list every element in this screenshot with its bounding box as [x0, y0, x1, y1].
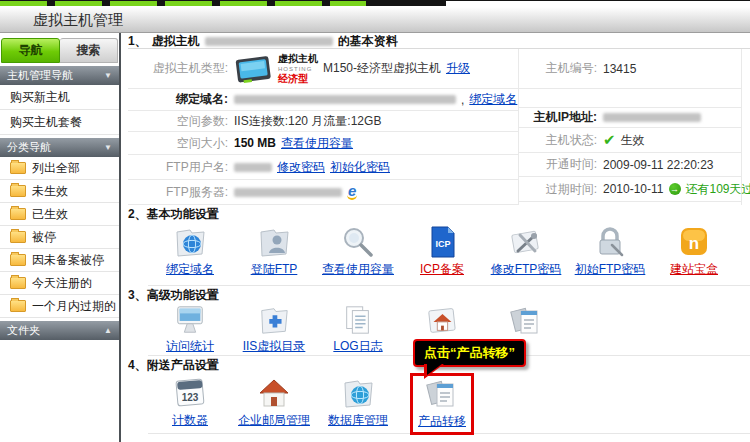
chevron-down-icon: ▼	[104, 66, 112, 85]
globe-folder-icon	[172, 225, 208, 259]
sidebar-item-registered-today[interactable]: 今天注册的	[0, 272, 119, 295]
highlight-box: 产品转移	[410, 373, 474, 435]
row-expire-time: 过期时间: 2010-10-11 → 还有109天过期 续费	[519, 177, 741, 202]
feature-database-management[interactable]: 数据库管理	[316, 376, 400, 433]
row-ftp-user: FTP用户名: 修改密码 初始化密码	[128, 155, 518, 180]
sidebar-item-not-active[interactable]: 未生效	[0, 180, 119, 203]
green-arrow-icon: →	[669, 183, 681, 195]
main-content: 1、 虚拟主机 的基本资料 虚拟主机类型:	[121, 33, 750, 442]
feature-iis-virtual-dir[interactable]: IIS虚拟目录	[232, 304, 316, 355]
page-title: 虚拟主机管理	[0, 7, 750, 33]
sidebar-item-stopped-no-icp[interactable]: 因未备案被停	[0, 249, 119, 272]
feature-mail-management[interactable]: 企业邮局管理	[232, 376, 316, 433]
folder-icon	[10, 254, 26, 266]
sidebar-tabs: 导航 搜索	[0, 38, 119, 63]
feature-icp-record[interactable]: ICP ICP备案	[400, 225, 484, 285]
masked-host-name	[205, 37, 333, 46]
globe-folder-icon	[340, 376, 376, 410]
feature-product-transfer[interactable]: 产品转移	[400, 376, 484, 433]
masked-ftp-server	[234, 188, 342, 197]
feature-login-ftp[interactable]: 登陆FTP	[232, 225, 316, 285]
home-disk-icon	[424, 304, 460, 336]
svg-text:ICP: ICP	[435, 239, 450, 249]
sidebar-item-stopped[interactable]: 被停	[0, 226, 119, 249]
masked-domain	[234, 95, 456, 104]
house-icon	[256, 376, 292, 410]
icp-document-icon: ICP	[424, 225, 460, 259]
row-host-ip: 主机IP地址:	[519, 107, 741, 128]
folder-icon	[10, 208, 26, 220]
days-remaining: 还有109天过期	[686, 181, 750, 198]
feature-counter[interactable]: 123 计数器	[148, 376, 232, 433]
row-space-params: 空间参数: IIS连接数:120 月流量:12GB	[128, 111, 518, 132]
pages-icon	[508, 304, 544, 338]
feature-sitebox[interactable]: n 建站宝盒	[652, 225, 736, 285]
feature-visit-stats[interactable]: 访问统计	[148, 304, 232, 355]
svg-text:n: n	[689, 234, 699, 253]
chevron-down-icon: ▼	[104, 138, 112, 157]
row-host-type: 虚拟主机类型:	[128, 49, 518, 89]
chevron-up-icon: ▲	[104, 321, 112, 340]
change-password-link[interactable]: 修改密码	[277, 159, 325, 176]
sidebar-item-expiring-in-month[interactable]: 一个月内过期的	[0, 295, 119, 318]
bonus-features-grid: 123 计数器 企业邮局管理 数据库管理	[148, 374, 750, 434]
magnifier-icon	[340, 225, 376, 259]
check-icon: ✔	[603, 134, 616, 146]
person-folder-icon	[256, 225, 292, 259]
basic-features-grid: 绑定域名 登陆FTP 查看使用容量	[148, 223, 750, 286]
monitor-icon	[172, 304, 208, 336]
green-segments	[0, 1, 366, 6]
upgrade-link[interactable]: 升级	[446, 60, 470, 77]
row-host-status: 主机状态: ✔ 生效	[519, 128, 741, 153]
documents-icon	[340, 304, 376, 336]
feature-change-ftp-password[interactable]: 修改FTP密码	[484, 225, 568, 285]
row-open-time: 开通时间: 2009-09-11 22:20:23	[519, 153, 741, 177]
sidebar-group-folders[interactable]: 文件夹 ▲	[0, 321, 119, 340]
feature-bind-domain[interactable]: 绑定域名	[148, 225, 232, 285]
tab-search[interactable]: 搜索	[60, 38, 118, 63]
spacer-row	[519, 89, 741, 107]
folder-icon	[10, 162, 26, 174]
view-usage-link[interactable]: 查看使用容量	[281, 135, 353, 152]
ie-browser-icon[interactable]: e	[347, 184, 357, 200]
folder-icon	[10, 231, 26, 243]
hosting-type-badge: 虚拟主机 HOSTING 经济型	[234, 52, 318, 86]
feature-view-usage[interactable]: 查看使用容量	[316, 225, 400, 285]
lock-icon	[592, 225, 628, 259]
section3-heading: 3、高级功能设置	[128, 286, 750, 304]
host-info-table: 虚拟主机类型:	[128, 49, 750, 205]
sidebar-item-buy-new-host[interactable]: 购买新主机	[0, 85, 119, 110]
folder-icon	[10, 300, 26, 312]
pages-icon	[424, 377, 460, 411]
feature-log[interactable]: LOG日志	[316, 304, 400, 355]
status-value: 生效	[621, 132, 645, 149]
masked-ftp-user	[234, 163, 272, 172]
init-password-link[interactable]: 初始化密码	[330, 159, 390, 176]
sidebar: 导航 搜索 主机管理导航 ▼ 购买新主机 购买主机套餐 分类导航 ▼ 列出全部 …	[0, 33, 121, 442]
row-host-id: 主机编号: 13415	[519, 49, 741, 89]
section1-heading: 1、 虚拟主机 的基本资料	[128, 33, 750, 49]
sidebar-item-buy-host-package[interactable]: 购买主机套餐	[0, 110, 119, 135]
n-box-icon: n	[676, 225, 712, 259]
callout-balloon: 点击“产品转移”	[413, 339, 526, 367]
feature-reset-ftp-password[interactable]: 初始FTP密码	[568, 225, 652, 285]
bind-domain-link[interactable]: 绑定域名	[469, 91, 517, 108]
folder-plus-icon	[256, 304, 292, 336]
sidebar-item-list-all[interactable]: 列出全部	[0, 157, 119, 180]
row-bind-domain: 绑定域名: , 绑定域名	[128, 89, 518, 111]
row-ftp-server: FTP服务器: e	[128, 180, 518, 205]
section2-heading: 2、基本功能设置	[128, 205, 750, 223]
laptop-icon	[234, 52, 276, 86]
folder-icon	[10, 277, 26, 289]
tab-navigation[interactable]: 导航	[1, 38, 60, 63]
top-green-stripe	[0, 0, 750, 7]
masked-ip	[603, 113, 701, 122]
sidebar-group-category-nav[interactable]: 分类导航 ▼	[0, 138, 119, 157]
sidebar-item-active[interactable]: 已生效	[0, 203, 119, 226]
host-type-value: M150-经济型虚拟主机	[323, 60, 441, 77]
black-segment	[366, 1, 446, 6]
sidebar-group-host-management[interactable]: 主机管理导航 ▼	[0, 66, 119, 85]
svg-text:123: 123	[182, 392, 199, 403]
row-space-size: 空间大小: 150 MB 查看使用容量	[128, 132, 518, 155]
counter-123-icon: 123	[172, 376, 208, 410]
